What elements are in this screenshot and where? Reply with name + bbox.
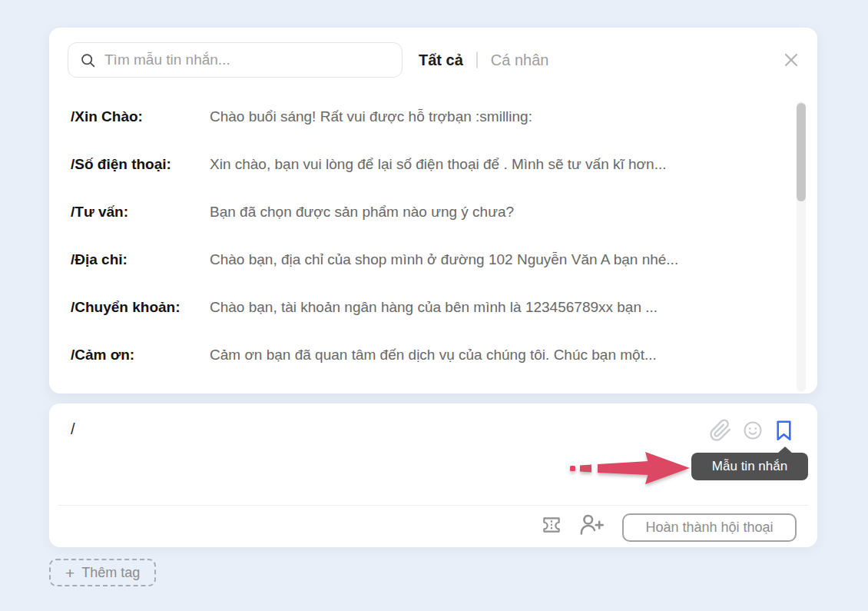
template-list: /Xin Chào: Chào buổi sáng! Rất vui được …	[71, 93, 774, 379]
scrollbar-thumb[interactable]	[797, 103, 806, 201]
template-preview: Chào bạn, tài khoản ngân hàng của bên mì…	[210, 299, 774, 316]
tooltip-label: Mẫu tin nhắn	[712, 459, 787, 474]
message-template-popup: Tất cả Cá nhân /Xin Chào: Chào buổi sáng…	[49, 28, 817, 393]
template-tabs: Tất cả Cá nhân	[419, 28, 548, 92]
template-row[interactable]: /Cảm ơn: Cảm ơn bạn đã quan tâm đến dịch…	[71, 331, 774, 379]
template-row[interactable]: /Số điện thoại: Xin chào, bạn vui lòng đ…	[71, 141, 774, 188]
add-tag-label: Thêm tag	[81, 565, 140, 581]
template-command: /Địa chỉ:	[71, 251, 210, 268]
template-command: /Số điện thoại:	[71, 156, 210, 173]
template-tooltip: Mẫu tin nhắn	[691, 453, 808, 480]
composer-divider	[58, 505, 808, 506]
template-command: /Chuyển khoản:	[71, 299, 210, 316]
template-command: /Xin Chào:	[71, 108, 210, 125]
add-tag-button[interactable]: + Thêm tag	[49, 559, 156, 586]
template-command: /Cảm ơn:	[71, 347, 210, 364]
close-icon	[783, 51, 800, 68]
close-button[interactable]	[782, 51, 800, 69]
template-row[interactable]: /Địa chỉ: Chào bạn, địa chỉ của shop mìn…	[71, 236, 774, 284]
template-row[interactable]: /Tư vấn: Bạn đã chọn được sản phẩm nào ư…	[71, 188, 774, 236]
composer-toolbar	[709, 419, 794, 442]
message-composer: / Mẫu tin nhắn	[49, 403, 817, 547]
attachment-icon[interactable]	[709, 419, 732, 442]
tab-divider	[476, 51, 478, 68]
template-search[interactable]	[68, 42, 403, 78]
search-icon	[80, 52, 96, 68]
tab-personal[interactable]: Cá nhân	[491, 51, 549, 69]
emoji-icon[interactable]	[742, 420, 764, 441]
template-row[interactable]: /Xin Chào: Chào buổi sáng! Rất vui được …	[71, 93, 774, 141]
template-preview: Chào buổi sáng! Rất vui được hỗ trợbạn :…	[210, 108, 774, 125]
template-row[interactable]: /Chuyển khoản: Chào bạn, tài khoản ngân …	[71, 284, 774, 331]
pointer-arrow	[568, 448, 694, 488]
message-input[interactable]: /	[71, 420, 671, 443]
template-command: /Tư vấn:	[71, 204, 210, 221]
tab-all[interactable]: Tất cả	[419, 51, 463, 69]
message-template-icon[interactable]	[774, 420, 794, 442]
coupon-icon[interactable]	[540, 515, 563, 538]
template-preview: Xin chào, bạn vui lòng để lại số điện th…	[210, 156, 774, 173]
template-preview: Chào bạn, địa chỉ của shop mình ở đường …	[210, 251, 774, 268]
add-user-icon[interactable]	[578, 513, 604, 539]
scrollbar-track[interactable]	[797, 101, 806, 392]
template-preview: Bạn đã chọn được sản phẩm nào ưng ý chưa…	[210, 204, 774, 221]
complete-conversation-button[interactable]: Hoàn thành hội thoại	[622, 513, 797, 542]
search-input[interactable]	[104, 51, 390, 68]
template-preview: Cảm ơn bạn đã quan tâm đến dịch vụ của c…	[210, 347, 774, 364]
plus-icon: +	[65, 565, 75, 581]
